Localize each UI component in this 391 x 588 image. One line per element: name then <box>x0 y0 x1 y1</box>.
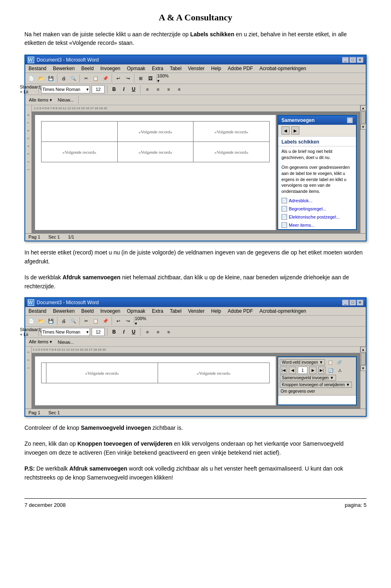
menu-adobe[interactable]: Adobe PDF <box>226 65 255 72</box>
sam-icon2[interactable]: 🔗 <box>336 358 343 366</box>
font-selector-2[interactable]: Times New Roman ▾ <box>41 328 90 336</box>
adresblok-label[interactable]: Adresblok... <box>289 198 312 203</box>
font-selector[interactable]: Times New Roman ▾ <box>41 85 90 93</box>
menu2-bestand[interactable]: Bestand <box>27 308 48 314</box>
align-left-btn[interactable]: ≡ <box>143 85 152 94</box>
bold-btn[interactable]: B <box>110 85 118 93</box>
align-center-btn-2[interactable]: ≡ <box>154 327 163 336</box>
menubar-2[interactable]: Bestand Bewerken Beeld Invoegen Opmaak E… <box>25 307 366 316</box>
sam-icon1[interactable]: 📋 <box>327 358 334 366</box>
sam-link-begroeting[interactable]: 📄 Begroetingsregel... <box>278 205 356 213</box>
menu-help[interactable]: Help <box>209 65 223 72</box>
menu-bestand[interactable]: Bestand <box>27 65 48 72</box>
menu2-beeld[interactable]: Beeld <box>79 308 95 314</box>
menu-acrobat[interactable]: Acrobat-opmerkingen <box>258 65 308 72</box>
begroeting-label[interactable]: Begroetingsregel... <box>289 206 326 211</box>
italic-btn-2[interactable]: I <box>120 328 128 336</box>
save-btn[interactable]: 💾 <box>46 74 55 83</box>
open-btn[interactable]: 📂 <box>37 74 46 83</box>
nav-next[interactable]: ▶ <box>309 367 316 374</box>
underline-btn-2[interactable]: U <box>130 328 138 336</box>
postzegel-label[interactable]: Elektronische postzegel... <box>289 214 340 219</box>
sam-nav-back[interactable]: ◀ <box>281 126 290 135</box>
save-btn-2[interactable]: 💾 <box>46 316 55 325</box>
menu2-bewerken[interactable]: Bewerken <box>51 308 76 314</box>
align-right-btn-2[interactable]: ≡ <box>164 327 173 336</box>
menu2-acrobat[interactable]: Acrobat-opmerkingen <box>258 308 308 314</box>
image-btn[interactable]: 🖼 <box>146 74 155 83</box>
zoom-dropdown-2[interactable]: 100% ▾ <box>136 316 145 325</box>
menu-venster[interactable]: Venster <box>187 65 206 72</box>
menu2-opmaak[interactable]: Opmaak <box>125 308 147 314</box>
scroll-thumb[interactable] <box>361 111 366 124</box>
menu2-help[interactable]: Help <box>209 308 223 314</box>
preview-btn-2[interactable]: 🔍 <box>69 316 78 325</box>
knoppen-btn[interactable]: Knoppen toevoegen of verwijderen ▼ <box>280 382 352 388</box>
minimize-button-2[interactable]: _ <box>342 300 349 305</box>
scroll-up-btn-2[interactable]: ▲ <box>360 347 366 352</box>
nav-prev[interactable]: ◀ <box>289 367 296 374</box>
scroll-thumb-2[interactable] <box>361 353 366 365</box>
sam-close-btn[interactable]: ✕ <box>347 117 353 123</box>
menu2-extra[interactable]: Extra <box>150 308 165 314</box>
scroll-down-btn[interactable]: ▼ <box>360 124 366 130</box>
table-btn[interactable]: ⊞ <box>136 74 145 83</box>
italic-btn[interactable]: I <box>120 85 128 93</box>
print-btn[interactable]: 🖨 <box>59 74 68 83</box>
meer-label[interactable]: Meer items... <box>289 223 315 228</box>
paste-btn[interactable]: 📌 <box>101 74 110 83</box>
style-dropdown[interactable]: Standaard + Lii ▾ <box>27 85 36 94</box>
undo-btn[interactable]: ↩ <box>114 74 123 83</box>
undo-btn-2[interactable]: ↩ <box>114 316 123 325</box>
align-left-btn-2[interactable]: ≡ <box>143 327 152 336</box>
paste-btn-2[interactable]: 📌 <box>101 316 110 325</box>
window-controls-1[interactable]: _ □ ✕ <box>342 57 363 63</box>
preview-btn[interactable]: 🔍 <box>69 74 78 83</box>
menu-invoegen[interactable]: Invoegen <box>99 65 122 72</box>
new-btn-2[interactable]: 📄 <box>27 316 36 325</box>
bold-btn-2[interactable]: B <box>110 328 118 336</box>
error-btn[interactable]: ⚠ <box>336 367 343 374</box>
alle-items-btn-2[interactable]: Alle items ▾ <box>27 338 54 345</box>
menu2-adobe[interactable]: Adobe PDF <box>226 308 255 314</box>
copy-btn[interactable]: 📋 <box>91 74 100 83</box>
restore-button[interactable]: □ <box>349 57 356 63</box>
nav-last[interactable]: ▶| <box>318 367 325 374</box>
scroll-up-btn[interactable]: ▲ <box>360 105 366 111</box>
nav-first[interactable]: |◀ <box>280 367 287 374</box>
menu2-tabel[interactable]: Tabel <box>168 308 183 314</box>
redo-btn-2[interactable]: ↪ <box>123 316 132 325</box>
menu-tabel[interactable]: Tabel <box>168 65 183 72</box>
menu-bewerken[interactable]: Bewerken <box>51 65 76 72</box>
sam-link-meer[interactable]: 📄 Meer items... <box>278 221 356 229</box>
window-controls-2[interactable]: _ □ ✕ <box>342 300 363 305</box>
nieuw-btn-2[interactable]: Nieuw... <box>56 339 76 345</box>
copy-btn-2[interactable]: 📋 <box>91 316 100 325</box>
alle-items-btn[interactable]: Alle items ▾ <box>27 97 54 104</box>
menu-opmaak[interactable]: Opmaak <box>125 65 147 72</box>
align-right-btn[interactable]: ≡ <box>164 85 173 94</box>
cut-btn[interactable]: ✂ <box>81 74 90 83</box>
sam-link-adresblok[interactable]: 📄 Adresblok... <box>278 197 356 205</box>
underline-btn[interactable]: U <box>130 85 138 93</box>
refresh-btn[interactable]: 🔄 <box>327 367 334 374</box>
menubar-1[interactable]: Bestand Bewerken Beeld Invoegen Opmaak E… <box>25 64 366 73</box>
font-size-selector-2[interactable]: 12 <box>92 328 105 336</box>
samenvoegveld-btn[interactable]: Samenvoegveld invoegen ▼ <box>280 375 336 381</box>
print-btn-2[interactable]: 🖨 <box>59 316 68 325</box>
menu2-venster[interactable]: Venster <box>187 308 206 314</box>
restore-button-2[interactable]: □ <box>349 300 356 305</box>
new-btn[interactable]: 📄 <box>27 74 36 83</box>
close-button-2[interactable]: ✕ <box>357 300 363 305</box>
open-btn-2[interactable]: 📂 <box>37 316 46 325</box>
font-size-selector[interactable]: 12 <box>92 85 105 93</box>
minimize-button[interactable]: _ <box>342 57 349 63</box>
sam-panel-controls[interactable]: ✕ <box>347 117 353 123</box>
menu2-invoegen[interactable]: Invoegen <box>99 308 122 314</box>
redo-btn[interactable]: ↪ <box>123 74 132 83</box>
style-dropdown-2[interactable]: Standaard + Lii ▾ <box>27 327 36 336</box>
cut-btn-2[interactable]: ✂ <box>81 316 90 325</box>
word-veld-btn[interactable]: Word-veld invoegen ▼ <box>280 359 325 365</box>
scrollbar-right-1[interactable]: ▲ ▼ <box>360 105 366 233</box>
align-justify-btn[interactable]: ≡ <box>175 85 184 94</box>
